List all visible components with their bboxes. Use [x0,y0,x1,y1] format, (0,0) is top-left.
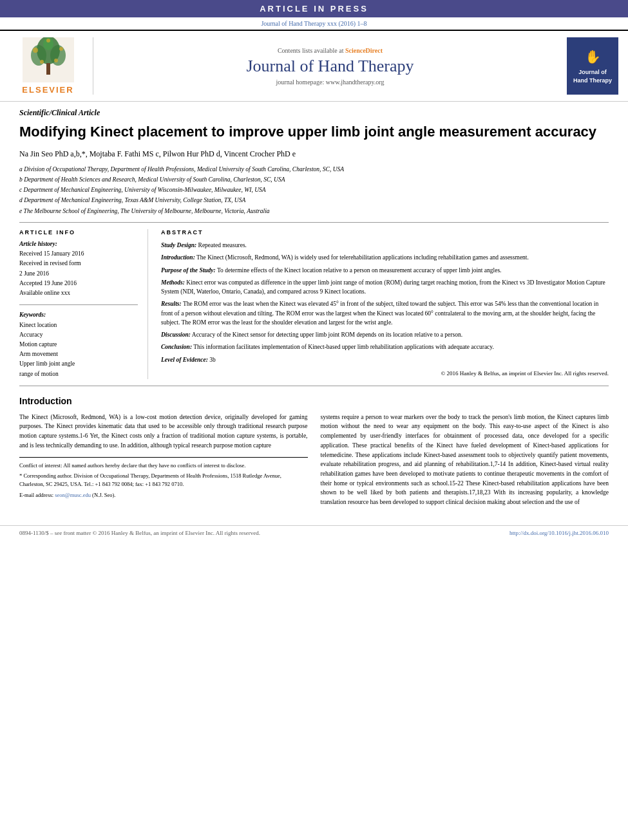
badge-text-line1: Journal of [578,68,607,77]
abstract-discussion: Discussion: Accuracy of the Kinect senso… [161,330,609,339]
article-type: Scientific/Clinical Article [19,108,609,118]
study-design-label: Study Design: [161,242,196,248]
available-online: Available online xxx [19,289,138,297]
journal-center-header: Contents lists available at ScienceDirec… [100,37,560,95]
divider-keywords [19,304,138,305]
abstract-study-design: Study Design: Repeated measures. [161,241,609,250]
history-label: Article history: [19,241,138,247]
email-name: (N.J. Seo). [92,492,115,498]
abstract-results: Results: The ROM error was the least whe… [161,299,609,327]
intro-text: The Kinect (Microsoft, Redmond, WA) is w… [196,254,529,261]
badge-text-line2: Hand Therapy [573,77,612,85]
journal-reference-line: Journal of Hand Therapy xxx (2016) 1–8 [0,17,628,30]
keyword-4: Arm movement [19,350,138,359]
purpose-text: To determine effects of the Kinect locat… [217,267,502,274]
email-label: E-mail address: [19,492,53,498]
svg-rect-4 [46,63,50,75]
affiliation-e: e The Melbourne School of Engineering, T… [19,207,609,216]
discussion-label: Discussion: [161,331,191,338]
page-footer: 0894-1130/$ – see front matter © 2016 Ha… [0,525,628,540]
conclusion-text: This information facilitates implementat… [193,344,494,350]
abstract-conclusion: Conclusion: This information facilitates… [161,342,609,351]
svg-point-7 [59,47,63,51]
results-label: Results: [161,301,182,307]
purpose-label: Purpose of the Study: [161,267,216,274]
corresponding-footnote: * Corresponding author. Division of Occu… [19,472,308,489]
copyright-line: © 2016 Hanley & Belfus, an imprint of El… [161,369,609,378]
level-text: 3b [209,357,216,363]
info-abstract-section: ARTICLE INFO Article history: Received 1… [19,229,609,379]
keyword-3: Motion capture [19,340,138,350]
article-body: Scientific/Clinical Article Modifying Ki… [0,102,628,519]
section-divider [19,386,609,386]
body-left: The Kinect (Microsoft, Redmond, WA) is a… [19,413,308,512]
affiliation-b: b Department of Health Sciences and Rese… [19,176,609,184]
sciencedirect-link[interactable]: ScienceDirect [345,47,383,54]
svg-point-6 [33,48,38,53]
svg-point-8 [46,39,50,42]
results-text: The ROM error was the least when the Kin… [161,301,598,326]
journal-title: Journal of Hand Therapy [246,57,414,76]
abstract-content: Study Design: Repeated measures. Introdu… [161,241,609,378]
journal-homepage: journal homepage: www.jhandtherapy.org [276,79,385,86]
journal-header: ELSEVIER Contents lists available at Sci… [0,30,628,102]
email-address[interactable]: seon@musc.edu [55,492,91,498]
keywords-label: Keywords: [19,312,138,318]
sciencedirect-line: Contents lists available at ScienceDirec… [278,47,383,54]
accepted-date: Accepted 19 June 2016 [19,279,138,288]
keyword-2: Accuracy [19,330,138,340]
level-label: Level of Evidence: [161,357,208,363]
abstract-introduction: Introduction: The Kinect (Microsoft, Red… [161,253,609,262]
article-info-column: ARTICLE INFO Article history: Received 1… [19,229,148,379]
introduction-section: Introduction The Kinect (Microsoft, Redm… [19,396,609,512]
received-date: Received 15 January 2016 [19,250,138,258]
abstract-purpose: Purpose of the Study: To determine effec… [161,266,609,275]
conflict-footnote: Conflict of interest: All named authors … [19,462,308,470]
methods-label: Methods: [161,279,185,286]
svg-point-10 [54,59,58,62]
abstract-level: Level of Evidence: 3b [161,355,609,364]
abstract-column: ABSTRACT Study Design: Repeated measures… [161,229,609,379]
footer-issn: 0894-1130/$ – see front matter © 2016 Ha… [19,530,260,536]
intro-label: Introduction: [161,254,195,261]
intro-para-right: systems require a person to wear markers… [321,413,609,507]
article-info-heading: ARTICLE INFO [19,229,138,236]
article-in-press-banner: ARTICLE IN PRESS [0,0,628,17]
elsevier-logo: ELSEVIER [10,37,93,95]
body-columns: The Kinect (Microsoft, Redmond, WA) is a… [19,413,609,512]
revised-label: Received in revised form [19,259,138,268]
footer-doi[interactable]: http://dx.doi.org/10.1016/j.jht.2016.06.… [509,530,609,536]
elsevier-wordmark: ELSEVIER [22,85,73,95]
keyword-5: Upper limb joint angle [19,359,138,369]
keyword-1: Kinect location [19,321,138,330]
authors-line: Na Jin Seo PhD a,b,*, Mojtaba F. Fathi M… [19,149,609,159]
keyword-6: range of motion [19,369,138,379]
svg-point-9 [40,60,44,64]
article-title: Modifying Kinect placement to improve up… [19,123,609,142]
footnotes: Conflict of interest: All named authors … [19,457,308,499]
sciencedirect-label: Contents lists available at [278,47,343,54]
journal-badge: ✋ Journal of Hand Therapy [567,37,618,95]
intro-para-left: The Kinect (Microsoft, Redmond, WA) is a… [19,413,308,451]
conclusion-label: Conclusion: [161,344,192,350]
abstract-methods: Methods: Kinect error was computed as di… [161,278,609,297]
discussion-text: Accuracy of the Kinect sensor for detect… [192,331,462,338]
svg-point-3 [50,45,66,66]
revised-date: 2 June 2016 [19,270,138,278]
email-footnote: E-mail address: seon@musc.edu (N.J. Seo)… [19,491,308,499]
affiliation-c: c Department of Mechanical Engineering, … [19,186,609,194]
affiliation-a: a Division of Occupational Therapy, Depa… [19,165,609,174]
methods-text: Kinect error was computed as difference … [161,279,605,295]
introduction-heading: Introduction [19,396,609,406]
svg-point-2 [31,45,46,66]
study-design-text: Repeated measures. [198,242,247,248]
affiliation-d: d Department of Mechanical Engineering, … [19,196,609,205]
divider [19,222,609,223]
badge-icon: ✋ [585,48,601,66]
body-right: systems require a person to wear markers… [321,413,609,512]
abstract-heading: ABSTRACT [161,229,609,236]
